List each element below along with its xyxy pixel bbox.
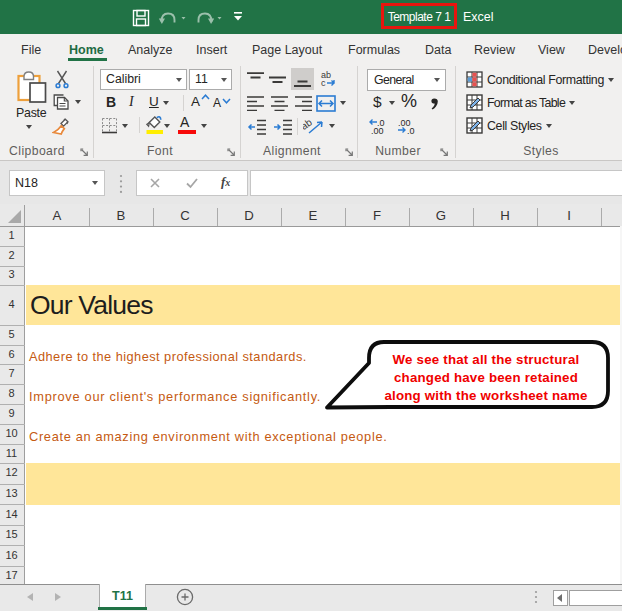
svg-text:c: c	[321, 78, 326, 88]
svg-text:.0: .0	[407, 126, 415, 135]
svg-text:.00: .00	[371, 126, 384, 135]
